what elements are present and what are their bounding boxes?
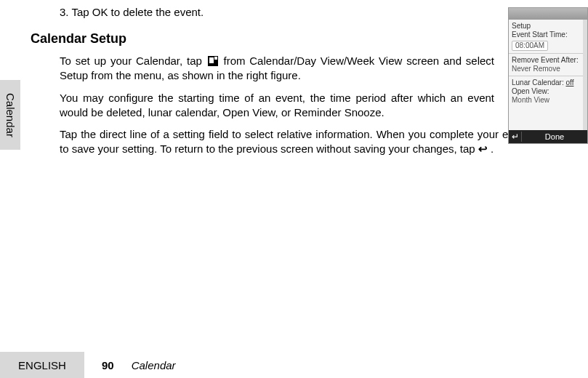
phone-footer: ↵ Done xyxy=(509,130,587,143)
event-start-value[interactable]: 08:00AM xyxy=(512,41,548,51)
para3-post: . xyxy=(488,142,494,155)
phone-figure: Setup Event Start Time: 08:00AM Remove E… xyxy=(508,7,588,144)
lunar-value[interactable]: off xyxy=(566,79,574,87)
remove-event-label: Remove Event After: xyxy=(512,56,584,65)
back-arrow-icon: ↩ xyxy=(478,142,488,156)
setup-para-2: You may configure the starting time of a… xyxy=(60,91,494,121)
phone-back-button[interactable]: ↵ xyxy=(509,132,522,142)
footer-section-name: Calendar xyxy=(132,359,176,371)
page-footer: ENGLISH 90 Calendar xyxy=(0,352,588,378)
calendar-setup-heading: Calendar Setup xyxy=(31,31,579,47)
step-3-text: 3. Tap OK to delete the event. xyxy=(60,6,579,18)
phone-scrollbar[interactable] xyxy=(583,20,587,130)
open-view-label: Open View: xyxy=(512,87,584,96)
lunar-openview-row: Lunar Calendar: off Open View: Month Vie… xyxy=(509,76,587,107)
para1-pre: To set up your Calendar, tap xyxy=(60,55,206,67)
phone-done-button[interactable]: Done xyxy=(522,132,587,141)
menu-icon xyxy=(208,56,218,66)
open-view-value[interactable]: Month View xyxy=(512,96,584,105)
setup-label: Setup xyxy=(512,22,584,31)
footer-language: ENGLISH xyxy=(0,352,84,378)
event-start-label: Event Start Time: xyxy=(512,31,584,39)
side-tab-calendar: Calendar xyxy=(0,80,20,150)
setup-row: Setup Event Start Time: 08:00AM xyxy=(509,20,587,53)
footer-page-number: 90 xyxy=(102,359,114,371)
phone-titlebar xyxy=(509,8,587,20)
remove-event-value[interactable]: Never Remove xyxy=(512,65,584,73)
lunar-label: Lunar Calendar: xyxy=(512,79,564,87)
para3-pre: Tap the direct line of a setting field t… xyxy=(60,128,577,155)
setup-para-1: To set up your Calendar, tap from Calend… xyxy=(60,54,494,84)
remove-row: Remove Event After: Never Remove xyxy=(509,53,587,76)
setup-para-3: Tap the direct line of a setting field t… xyxy=(60,127,577,157)
